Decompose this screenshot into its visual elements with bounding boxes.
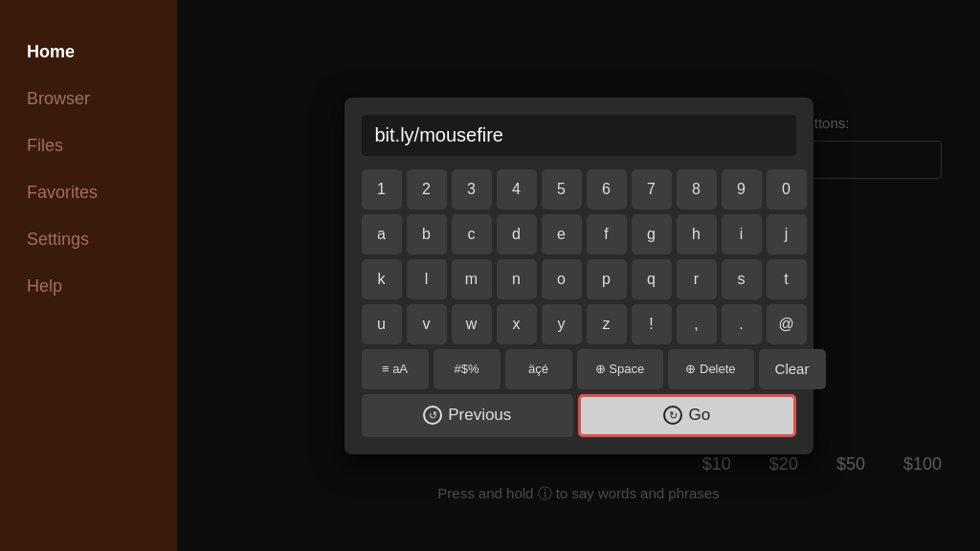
key-row-a-j: a b c d e f g h i j xyxy=(362,214,796,254)
key-comma[interactable]: , xyxy=(677,304,717,344)
key-s[interactable]: s xyxy=(722,259,762,299)
key-symbols[interactable]: #$% xyxy=(434,349,501,389)
go-button[interactable]: ↻ Go xyxy=(578,394,796,437)
key-j[interactable]: j xyxy=(767,214,807,254)
key-x[interactable]: x xyxy=(497,304,537,344)
key-7[interactable]: 7 xyxy=(632,169,672,209)
key-3[interactable]: 3 xyxy=(452,169,492,209)
key-clear[interactable]: Clear xyxy=(759,349,826,389)
sidebar-item-files[interactable]: Files xyxy=(0,122,177,169)
sidebar-item-help[interactable]: Help xyxy=(0,263,177,310)
key-y[interactable]: y xyxy=(542,304,582,344)
key-v[interactable]: v xyxy=(407,304,447,344)
key-p[interactable]: p xyxy=(587,259,627,299)
key-4[interactable]: 4 xyxy=(497,169,537,209)
key-q[interactable]: q xyxy=(632,259,672,299)
key-d[interactable]: d xyxy=(497,214,537,254)
go-label: Go xyxy=(688,406,710,425)
key-space[interactable]: ⊕ Space xyxy=(577,349,663,389)
key-row-k-t: k l m n o p q r s t xyxy=(362,259,796,299)
sidebar: Home Browser Files Favorites Settings He… xyxy=(0,0,177,551)
key-r[interactable]: r xyxy=(677,259,717,299)
key-1[interactable]: 1 xyxy=(362,169,402,209)
sidebar-item-home[interactable]: Home xyxy=(0,29,177,76)
previous-icon: ↺ xyxy=(423,406,442,425)
key-row-u-at: u v w x y z ! , . @ xyxy=(362,304,796,344)
key-delete[interactable]: ⊕ Delete xyxy=(668,349,754,389)
key-a[interactable]: a xyxy=(362,214,402,254)
key-accents[interactable]: äçé xyxy=(505,349,572,389)
key-k[interactable]: k xyxy=(362,259,402,299)
key-n[interactable]: n xyxy=(497,259,537,299)
sidebar-item-favorites[interactable]: Favorites xyxy=(0,169,177,216)
key-w[interactable]: w xyxy=(452,304,492,344)
keyboard: 1 2 3 4 5 6 7 8 9 0 a b c d e xyxy=(362,169,796,389)
key-m[interactable]: m xyxy=(452,259,492,299)
key-period[interactable]: . xyxy=(722,304,762,344)
key-2[interactable]: 2 xyxy=(407,169,447,209)
key-row-numbers: 1 2 3 4 5 6 7 8 9 0 xyxy=(362,169,796,209)
key-c[interactable]: c xyxy=(452,214,492,254)
key-i[interactable]: i xyxy=(722,214,762,254)
key-e[interactable]: e xyxy=(542,214,582,254)
action-row: ↺ Previous ↻ Go xyxy=(362,394,796,437)
previous-button[interactable]: ↺ Previous xyxy=(362,394,574,437)
key-0[interactable]: 0 xyxy=(767,169,807,209)
key-l[interactable]: l xyxy=(407,259,447,299)
key-f[interactable]: f xyxy=(587,214,627,254)
key-8[interactable]: 8 xyxy=(677,169,717,209)
key-g[interactable]: g xyxy=(632,214,672,254)
key-o[interactable]: o xyxy=(542,259,582,299)
key-exclamation[interactable]: ! xyxy=(632,304,672,344)
key-z[interactable]: z xyxy=(587,304,627,344)
go-icon: ↻ xyxy=(663,406,682,425)
key-9[interactable]: 9 xyxy=(722,169,762,209)
main-content: ase donation buttons: $10 $20 $50 $100 P… xyxy=(177,0,980,551)
sidebar-item-browser[interactable]: Browser xyxy=(0,76,177,122)
previous-label: Previous xyxy=(448,406,511,425)
sidebar-item-settings[interactable]: Settings xyxy=(0,216,177,263)
key-at[interactable]: @ xyxy=(767,304,807,344)
modal-overlay: 1 2 3 4 5 6 7 8 9 0 a b c d e xyxy=(177,0,980,551)
key-u[interactable]: u xyxy=(362,304,402,344)
key-t[interactable]: t xyxy=(767,259,807,299)
key-caps[interactable]: ≡ aA xyxy=(362,349,429,389)
key-row-special: ≡ aA #$% äçé ⊕ Space ⊕ Delete Clear xyxy=(362,349,796,389)
keyboard-dialog: 1 2 3 4 5 6 7 8 9 0 a b c d e xyxy=(345,98,813,454)
key-h[interactable]: h xyxy=(677,214,717,254)
key-6[interactable]: 6 xyxy=(587,169,627,209)
key-5[interactable]: 5 xyxy=(542,169,582,209)
url-input[interactable] xyxy=(362,115,796,156)
key-b[interactable]: b xyxy=(407,214,447,254)
